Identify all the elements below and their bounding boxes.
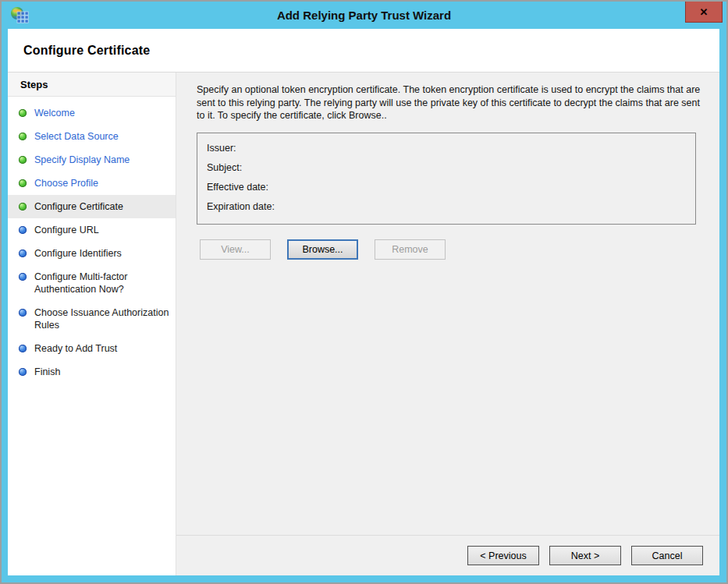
certificate-details-box: Issuer: Subject: Effective date: Expirat…: [197, 133, 696, 225]
browse-button[interactable]: Browse...: [287, 239, 358, 260]
main-content: Specify an optional token encryption cer…: [176, 73, 719, 575]
step-pending-icon: [19, 309, 27, 317]
step-label: Welcome: [34, 108, 75, 119]
step-completed-icon: [19, 179, 27, 187]
step-label: Finish: [34, 366, 60, 377]
step-pending-icon: [19, 368, 27, 376]
step-label: Configure Identifiers: [34, 248, 122, 259]
previous-button[interactable]: < Previous: [467, 546, 539, 565]
step-completed-icon: [19, 203, 27, 211]
step-label: Select Data Source: [34, 131, 119, 142]
remove-button: Remove: [375, 239, 446, 260]
certificate-subject-label: Subject:: [207, 158, 686, 178]
step-label: Configure URL: [34, 225, 99, 235]
certificate-effective-date-label: Effective date:: [207, 178, 686, 197]
view-button: View...: [200, 239, 271, 260]
steps-sidebar: Steps Welcome Select Data Source Specify…: [8, 73, 176, 575]
certificate-issuer-label: Issuer:: [207, 139, 686, 158]
certificate-expiration-date-label: Expiration date:: [207, 197, 686, 217]
close-button[interactable]: ✕: [685, 2, 723, 23]
page-header: Configure Certificate: [8, 29, 719, 73]
step-pending-icon: [19, 345, 27, 352]
step-pending-icon: [19, 226, 27, 234]
step-completed-icon: [19, 109, 27, 117]
certificate-actions: View... Browse... Remove: [200, 239, 701, 260]
wizard-footer: < Previous Next > Cancel: [176, 535, 719, 575]
steps-header: Steps: [8, 73, 176, 97]
step-item-welcome[interactable]: Welcome: [8, 101, 176, 125]
step-item-specify-display-name[interactable]: Specify Display Name: [8, 148, 176, 172]
step-label: Configure Multi-factor Authentication No…: [34, 271, 128, 295]
steps-list: Welcome Select Data Source Specify Displ…: [8, 97, 176, 384]
step-item-ready-to-add-trust: Ready to Add Trust: [8, 337, 176, 360]
step-completed-icon: [19, 133, 27, 140]
step-item-configure-mfa: Configure Multi-factor Authentication No…: [8, 265, 176, 301]
wizard-body: Steps Welcome Select Data Source Specify…: [8, 73, 719, 575]
step-label: Specify Display Name: [34, 154, 130, 165]
step-item-configure-identifiers: Configure Identifiers: [8, 242, 176, 265]
step-item-select-data-source[interactable]: Select Data Source: [8, 125, 176, 148]
step-label: Ready to Add Trust: [34, 343, 117, 354]
window-frame: Configure Certificate Steps Welcome Sele…: [2, 29, 726, 582]
step-item-choose-issuance-rules: Choose Issuance Authorization Rules: [8, 301, 176, 337]
step-label: Configure Certificate: [34, 201, 123, 212]
step-item-configure-certificate: Configure Certificate: [8, 195, 176, 218]
step-pending-icon: [19, 273, 27, 281]
description-text: Specify an optional token encryption cer…: [197, 83, 705, 122]
step-completed-icon: [19, 156, 27, 164]
next-button[interactable]: Next >: [549, 546, 621, 565]
window-title: Add Relying Party Trust Wizard: [2, 9, 726, 22]
cancel-button[interactable]: Cancel: [631, 546, 703, 565]
page-title: Configure Certificate: [23, 44, 150, 58]
step-item-choose-profile[interactable]: Choose Profile: [8, 172, 176, 195]
step-pending-icon: [19, 250, 27, 257]
step-label: Choose Issuance Authorization Rules: [34, 307, 169, 331]
titlebar: Add Relying Party Trust Wizard ✕: [2, 2, 726, 29]
step-item-finish: Finish: [8, 360, 176, 384]
wizard-window: Add Relying Party Trust Wizard ✕ Configu…: [0, 0, 728, 584]
step-item-configure-url: Configure URL: [8, 218, 176, 242]
step-label: Choose Profile: [34, 178, 98, 189]
